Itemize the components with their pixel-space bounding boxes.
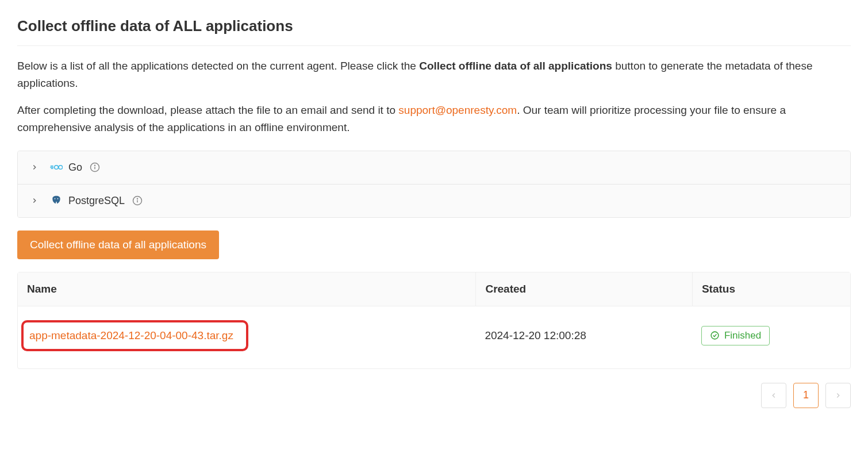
collect-button[interactable]: Collect offline data of all applications — [17, 230, 219, 259]
app-name-label: PostgreSQL — [68, 195, 125, 207]
pagination: 1 — [17, 383, 851, 408]
table-header-created: Created — [475, 272, 692, 306]
info-icon[interactable] — [132, 195, 143, 206]
svg-point-9 — [57, 198, 59, 199]
description-paragraph-2: After completing the download, please at… — [17, 102, 851, 137]
info-icon[interactable] — [89, 162, 101, 173]
prev-page-button[interactable] — [761, 383, 786, 408]
app-name-label: Go — [68, 162, 82, 174]
svg-point-3 — [55, 166, 59, 170]
app-row-postgresql[interactable]: PostgreSQL — [18, 185, 850, 217]
highlight-annotation: app-metadata-2024-12-20-04-00-43.tar.gz — [21, 320, 248, 351]
metadata-table: Name Created Status app-metadata-2024-12… — [17, 272, 851, 369]
app-row-go[interactable]: Go — [18, 151, 850, 185]
next-page-button[interactable] — [825, 383, 851, 408]
text-segment: Below is a list of all the applications … — [17, 60, 419, 72]
text-segment: After completing the download, please at… — [17, 104, 398, 116]
table-header-name: Name — [18, 272, 475, 306]
support-email-link[interactable]: support@openresty.com — [398, 104, 517, 116]
svg-point-12 — [137, 198, 138, 199]
page-title: Collect offline data of ALL applications — [17, 17, 851, 46]
description-block: Below is a list of all the applications … — [17, 57, 851, 137]
status-text: Finished — [724, 330, 761, 341]
svg-point-13 — [711, 332, 719, 339]
svg-point-7 — [95, 165, 95, 166]
table-row: app-metadata-2024-12-20-04-00-43.tar.gz … — [18, 306, 850, 368]
chevron-right-icon — [30, 197, 39, 205]
chevron-right-icon — [30, 163, 39, 171]
chevron-left-icon — [770, 391, 778, 399]
page-number-button[interactable]: 1 — [793, 383, 819, 408]
table-header-status: Status — [692, 272, 850, 306]
chevron-right-icon — [834, 391, 842, 399]
status-badge: Finished — [701, 326, 770, 345]
svg-point-4 — [59, 166, 63, 170]
metadata-file-link[interactable]: app-metadata-2024-12-20-04-00-43.tar.gz — [29, 329, 233, 341]
created-cell: 2024-12-20 12:00:28 — [475, 306, 692, 368]
description-paragraph-1: Below is a list of all the applications … — [17, 57, 851, 93]
svg-point-8 — [55, 198, 56, 199]
bold-text: Collect offline data of all applications — [419, 60, 612, 72]
go-icon — [50, 162, 63, 172]
postgresql-icon — [50, 195, 63, 206]
check-circle-icon — [710, 331, 720, 340]
application-list: Go PostgreSQL — [17, 151, 851, 218]
